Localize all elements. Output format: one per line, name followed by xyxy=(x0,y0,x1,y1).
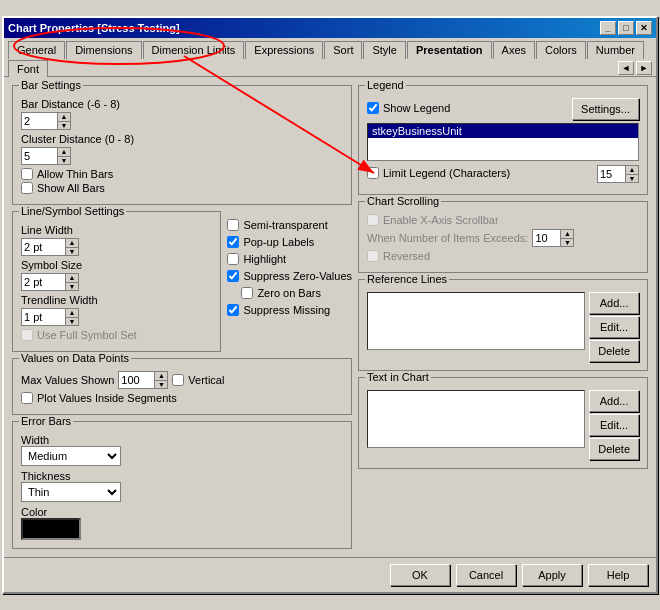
tab-style[interactable]: Style xyxy=(363,41,405,59)
line-symbol-label: Line/Symbol Settings xyxy=(19,205,126,217)
left-panel: Bar Settings Bar Distance (-6 - 8) ▲ ▼ C… xyxy=(12,85,352,549)
symbol-size-down[interactable]: ▼ xyxy=(66,283,78,291)
maximize-button[interactable]: □ xyxy=(618,21,634,35)
use-full-symbol-checkbox[interactable] xyxy=(21,329,33,341)
error-bars-label: Error Bars xyxy=(19,415,73,427)
legend-listbox[interactable]: stkeyBusinessUnit xyxy=(367,123,639,161)
ref-delete-button[interactable]: Delete xyxy=(589,340,639,362)
limit-legend-row: Limit Legend (Characters) xyxy=(367,167,510,179)
symbol-size-input[interactable] xyxy=(21,273,65,291)
suppress-missing-checkbox[interactable] xyxy=(227,304,239,316)
when-exceeds-up[interactable]: ▲ xyxy=(561,230,573,239)
when-exceeds-spinbox[interactable]: ▲ ▼ xyxy=(532,229,574,247)
zero-on-bars-checkbox[interactable] xyxy=(241,287,253,299)
ok-button[interactable]: OK xyxy=(390,564,450,586)
trendline-up[interactable]: ▲ xyxy=(66,309,78,318)
tab-axes[interactable]: Axes xyxy=(493,41,535,59)
limit-legend-spinbox[interactable]: ▲ ▼ xyxy=(597,165,639,183)
symbol-size-up[interactable]: ▲ xyxy=(66,274,78,283)
allow-thin-bars-checkbox[interactable] xyxy=(21,168,33,180)
highlight-checkbox[interactable] xyxy=(227,253,239,265)
max-values-up[interactable]: ▲ xyxy=(155,372,167,381)
limit-legend-checkbox[interactable] xyxy=(367,167,379,179)
line-width-down[interactable]: ▼ xyxy=(66,248,78,256)
use-full-symbol-label: Use Full Symbol Set xyxy=(37,329,137,341)
tab-presentation[interactable]: Presentation xyxy=(407,41,492,59)
line-width-label: Line Width xyxy=(21,224,212,236)
semi-transparent-checkbox[interactable] xyxy=(227,219,239,231)
show-legend-checkbox[interactable] xyxy=(367,102,379,114)
plot-values-label: Plot Values Inside Segments xyxy=(37,392,177,404)
values-data-label: Values on Data Points xyxy=(19,352,131,364)
legend-list-item[interactable]: stkeyBusinessUnit xyxy=(368,124,638,138)
tab-expressions[interactable]: Expressions xyxy=(245,41,323,59)
use-full-symbol-row: Use Full Symbol Set xyxy=(21,329,212,341)
reversed-row: Reversed xyxy=(367,250,639,262)
text-add-button[interactable]: Add... xyxy=(589,390,639,412)
reversed-checkbox[interactable] xyxy=(367,250,379,262)
ref-buttons: Add... Edit... Delete xyxy=(589,292,639,362)
max-values-down[interactable]: ▼ xyxy=(155,381,167,389)
tab-next-button[interactable]: ► xyxy=(636,61,652,75)
thickness-select[interactable]: Thin Medium Wide xyxy=(21,482,121,502)
zero-on-bars-row: Zero on Bars xyxy=(227,287,352,299)
popup-labels-checkbox[interactable] xyxy=(227,236,239,248)
thickness-dropdown[interactable]: Thin Medium Wide xyxy=(21,482,121,502)
color-swatch[interactable] xyxy=(21,518,81,540)
bar-distance-down[interactable]: ▼ xyxy=(58,122,70,130)
tab-number[interactable]: Number xyxy=(587,41,644,59)
zero-on-bars-label: Zero on Bars xyxy=(257,287,321,299)
tab-prev-button[interactable]: ◄ xyxy=(618,61,634,75)
trendline-spinbox[interactable]: ▲ ▼ xyxy=(21,308,79,326)
tab-sort[interactable]: Sort xyxy=(324,41,362,59)
limit-legend-up[interactable]: ▲ xyxy=(626,166,638,175)
tab-general[interactable]: General xyxy=(8,41,65,59)
cancel-button[interactable]: Cancel xyxy=(456,564,516,586)
line-width-spinbox[interactable]: ▲ ▼ xyxy=(21,238,79,256)
apply-button[interactable]: Apply xyxy=(522,564,582,586)
bar-distance-spinbox[interactable]: ▲ ▼ xyxy=(21,112,71,130)
line-width-up[interactable]: ▲ xyxy=(66,239,78,248)
cluster-distance-spinbox[interactable]: ▲ ▼ xyxy=(21,147,71,165)
show-all-bars-checkbox[interactable] xyxy=(21,182,33,194)
width-dropdown[interactable]: Medium Thin Wide xyxy=(21,446,121,466)
ref-add-button[interactable]: Add... xyxy=(589,292,639,314)
tab-font[interactable]: Font xyxy=(8,60,48,77)
trendline-down[interactable]: ▼ xyxy=(66,318,78,326)
limit-legend-input[interactable] xyxy=(597,165,625,183)
plot-values-checkbox[interactable] xyxy=(21,392,33,404)
enable-scrollbar-label: Enable X-Axis Scrollbar xyxy=(383,214,499,226)
title-bar-buttons: _ □ ✕ xyxy=(600,21,652,35)
minimize-button[interactable]: _ xyxy=(600,21,616,35)
settings-button[interactable]: Settings... xyxy=(572,98,639,120)
when-exceeds-down[interactable]: ▼ xyxy=(561,239,573,247)
tab-dimension-limits[interactable]: Dimension Limits xyxy=(143,41,245,59)
close-button[interactable]: ✕ xyxy=(636,21,652,35)
tab-colors[interactable]: Colors xyxy=(536,41,586,59)
chart-scrolling-label: Chart Scrolling xyxy=(365,195,441,207)
line-width-input[interactable] xyxy=(21,238,65,256)
symbol-size-spinbox[interactable]: ▲ ▼ xyxy=(21,273,79,291)
max-values-spinbox[interactable]: ▲ ▼ xyxy=(118,371,168,389)
bar-distance-input[interactable] xyxy=(21,112,57,130)
suppress-zero-checkbox[interactable] xyxy=(227,270,239,282)
main-window: Chart Properties [Stress Testing] _ □ ✕ … xyxy=(2,16,658,594)
ref-edit-button[interactable]: Edit... xyxy=(589,316,639,338)
text-delete-button[interactable]: Delete xyxy=(589,438,639,460)
vertical-checkbox[interactable] xyxy=(172,374,184,386)
trendline-input[interactable] xyxy=(21,308,65,326)
cluster-distance-up[interactable]: ▲ xyxy=(58,148,70,157)
show-all-bars-row: Show All Bars xyxy=(21,182,343,194)
cluster-distance-down[interactable]: ▼ xyxy=(58,157,70,165)
width-select[interactable]: Medium Thin Wide xyxy=(21,446,121,466)
cluster-distance-input[interactable] xyxy=(21,147,57,165)
max-values-input[interactable] xyxy=(118,371,154,389)
text-edit-button[interactable]: Edit... xyxy=(589,414,639,436)
reference-lines-area xyxy=(367,292,585,350)
tab-dimensions[interactable]: Dimensions xyxy=(66,41,141,59)
limit-legend-down[interactable]: ▼ xyxy=(626,175,638,183)
enable-scrollbar-checkbox[interactable] xyxy=(367,214,379,226)
when-exceeds-input[interactable] xyxy=(532,229,560,247)
help-button[interactable]: Help xyxy=(588,564,648,586)
bar-distance-up[interactable]: ▲ xyxy=(58,113,70,122)
